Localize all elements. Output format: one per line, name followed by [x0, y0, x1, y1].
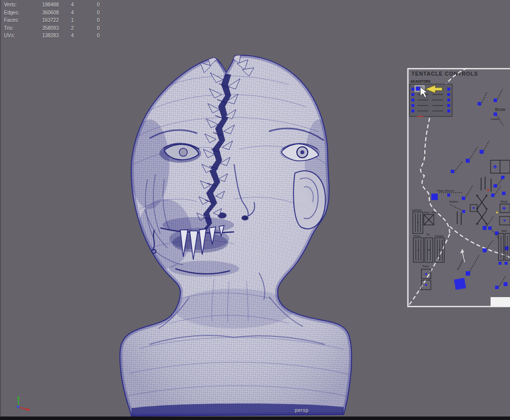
label-mouth: Mouth: [501, 200, 508, 203]
label-vol: Vol: [426, 233, 429, 236]
selected-control-handle[interactable]: [454, 278, 466, 290]
rig-picker-panel[interactable]: TENTACLE CONTROLS ADJUSTORS: [406, 67, 510, 308]
label-lower: Lower: [491, 117, 499, 120]
z-axis-dot: [17, 406, 19, 408]
selected-adjustor-handle[interactable]: [416, 87, 420, 91]
adjustors-title: ADJUSTORS: [410, 80, 431, 83]
label-head-influence: Head_Influence: [437, 190, 454, 192]
axis-gizmo-icon[interactable]: [8, 393, 36, 416]
maya-viewport[interactable]: Verts: 198488 4 0 Edges: 360608 4 0 Face…: [0, 0, 510, 420]
label-brow: Brow: [495, 107, 506, 112]
picker-title: TENTACLE CONTROLS: [411, 71, 478, 77]
label-lathead: LatHead: [412, 209, 421, 211]
camera-label: persp: [295, 408, 309, 413]
red-marker-dot: [487, 189, 489, 191]
yellow-marker-dot: [496, 211, 498, 213]
x-axis-arrow: [18, 407, 30, 411]
label-dark: Dark: [502, 229, 507, 232]
label-push-pull: Push - Pull: [424, 211, 436, 214]
viewport-bottom-bar: [0, 417, 510, 420]
twist-handle-2[interactable]: [425, 284, 427, 286]
y-axis-arrow: [17, 396, 20, 407]
label-swallow: Swallow: [449, 201, 458, 203]
twist-handle-1[interactable]: [425, 273, 427, 275]
label-thicken: Thicken: [413, 235, 421, 237]
dot-box-handle[interactable]: [473, 207, 475, 209]
right-ear: [293, 171, 325, 228]
label-twist: Twist: [422, 265, 429, 268]
adjustors-subpanel[interactable]: ADJUSTORS: [409, 80, 452, 116]
bust-mesh[interactable]: [115, 47, 359, 420]
picker-bottom-box[interactable]: [491, 297, 510, 307]
label-elongate: elongate: [435, 235, 444, 237]
